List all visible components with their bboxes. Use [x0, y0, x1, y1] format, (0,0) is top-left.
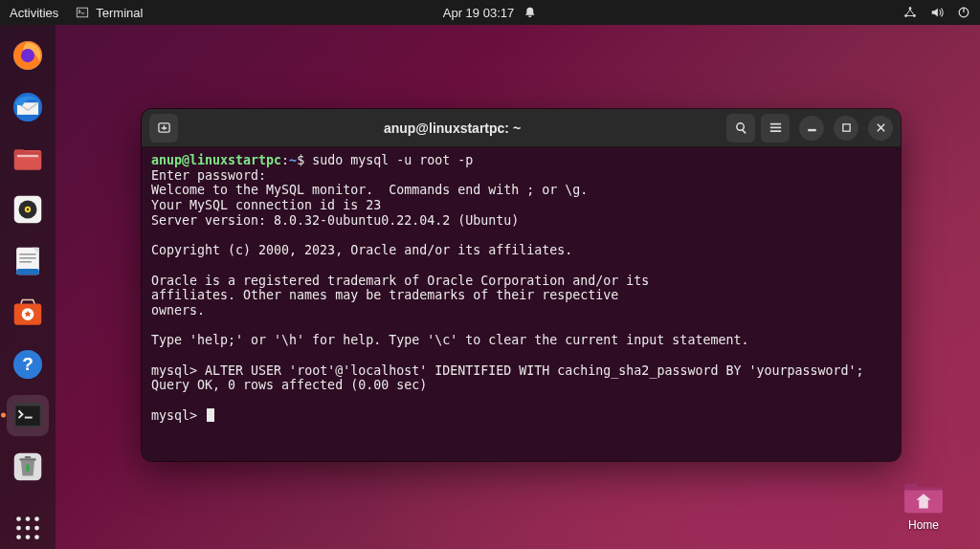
svg-point-9	[21, 49, 34, 62]
dock: ?	[0, 25, 56, 549]
svg-point-35	[16, 526, 21, 531]
terminal-icon	[76, 6, 89, 19]
svg-point-44	[736, 123, 744, 131]
intro-line: Oracle is a registered trademark of Orac…	[151, 274, 649, 288]
dock-rhythmbox[interactable]	[7, 188, 49, 231]
svg-point-33	[26, 516, 31, 521]
mysql-prompt: mysql>	[151, 408, 197, 423]
intro-line: owners.	[151, 303, 205, 318]
terminal-cursor	[207, 408, 214, 422]
svg-point-5	[913, 14, 916, 17]
focused-app-name: Terminal	[96, 6, 143, 20]
svg-rect-20	[19, 257, 35, 259]
svg-text:?: ?	[22, 354, 33, 374]
prompt-sigil: $	[297, 153, 304, 167]
svg-point-4	[904, 14, 907, 17]
show-applications-button[interactable]	[7, 507, 49, 549]
svg-point-38	[16, 535, 21, 539]
dock-files[interactable]	[7, 138, 49, 180]
dock-help[interactable]: ?	[7, 343, 49, 385]
svg-point-34	[34, 516, 39, 521]
svg-point-32	[16, 516, 21, 521]
svg-rect-2	[81, 12, 85, 13]
prompt-sep: :	[281, 153, 289, 167]
network-icon[interactable]	[903, 6, 917, 19]
svg-point-16	[27, 209, 29, 210]
power-icon[interactable]	[957, 6, 970, 19]
svg-rect-46	[769, 123, 780, 125]
cmd-line-1: sudo mysql -u root -p	[312, 153, 473, 167]
intro-line: Server version: 8.0.32-0ubuntu0.22.04.2 …	[151, 213, 519, 228]
intro-line: Type 'help;' or '\h' for help. Type '\c'…	[151, 333, 748, 347]
svg-rect-49	[808, 129, 814, 130]
mysql-result: Query OK, 0 rows affected (0.00 sec)	[151, 378, 427, 392]
dock-thunderbird[interactable]	[7, 86, 49, 128]
svg-point-3	[909, 7, 912, 10]
activities-button[interactable]: Activities	[10, 6, 58, 20]
dock-firefox[interactable]	[7, 34, 49, 77]
top-bar: Activities Terminal Apr 19 03:17	[0, 0, 980, 25]
folder-icon	[902, 479, 946, 516]
dock-software[interactable]	[7, 292, 49, 334]
notifications-icon[interactable]	[523, 6, 537, 19]
desktop-home-label: Home	[908, 518, 939, 532]
new-tab-button[interactable]	[149, 114, 178, 143]
svg-rect-19	[19, 253, 35, 255]
svg-point-40	[34, 535, 39, 539]
svg-point-39	[26, 535, 31, 539]
svg-rect-31	[25, 456, 31, 458]
svg-rect-7	[963, 8, 964, 12]
desktop-home-folder[interactable]: Home	[894, 479, 953, 532]
svg-rect-45	[742, 129, 746, 134]
svg-rect-12	[17, 155, 38, 157]
svg-rect-43	[161, 127, 167, 129]
dock-writer[interactable]	[7, 240, 49, 282]
clock[interactable]: Apr 19 03:17	[443, 6, 514, 20]
svg-rect-48	[769, 130, 780, 132]
hamburger-menu-button[interactable]	[761, 114, 790, 143]
minimize-button[interactable]	[799, 116, 824, 141]
terminal-titlebar[interactable]: anup@linuxstartpc: ~	[142, 109, 901, 147]
svg-rect-30	[19, 459, 35, 461]
mysql-prompt: mysql>	[151, 363, 197, 378]
svg-rect-28	[25, 417, 33, 419]
svg-point-37	[34, 526, 39, 531]
svg-rect-21	[19, 261, 32, 263]
terminal-title: anup@linuxstartpc: ~	[184, 121, 721, 136]
svg-rect-47	[769, 127, 780, 129]
prompt-path: ~	[289, 153, 297, 167]
maximize-button[interactable]	[834, 116, 858, 141]
intro-line: Welcome to the MySQL monitor. Commands e…	[151, 183, 588, 197]
svg-rect-27	[15, 406, 39, 427]
close-button[interactable]	[868, 116, 893, 141]
mysql-statement: ALTER USER 'root'@'localhost' IDENTIFIED…	[205, 363, 863, 378]
prompt-userhost: anup@linuxstartpc	[151, 153, 281, 167]
terminal-body[interactable]: anup@linuxstartpc:~$ sudo mysql -u root …	[142, 147, 901, 461]
svg-point-36	[26, 526, 31, 531]
svg-rect-50	[842, 124, 849, 131]
dock-terminal[interactable]	[7, 395, 49, 437]
intro-line: Enter password:	[151, 168, 266, 183]
terminal-window: anup@linuxstartpc: ~ anup@linuxstartpc:~…	[142, 109, 901, 461]
intro-line: Copyright (c) 2000, 2023, Oracle and/or …	[151, 243, 572, 257]
svg-rect-18	[16, 269, 39, 274]
focused-app-indicator[interactable]: Terminal	[76, 6, 143, 20]
volume-icon[interactable]	[930, 6, 944, 19]
search-button[interactable]	[726, 114, 755, 143]
intro-line: Your MySQL connection id is 23	[151, 198, 381, 212]
dock-trash[interactable]	[7, 446, 49, 488]
intro-line: affiliates. Other names may be trademark…	[151, 288, 618, 302]
